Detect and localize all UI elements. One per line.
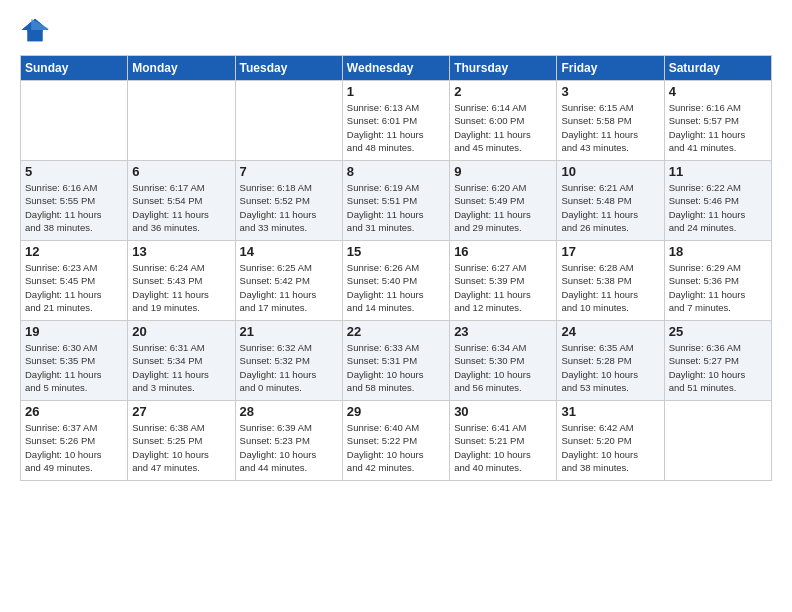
day-number: 11 [669,164,767,179]
calendar-cell: 30Sunrise: 6:41 AM Sunset: 5:21 PM Dayli… [450,401,557,481]
calendar-cell: 4Sunrise: 6:16 AM Sunset: 5:57 PM Daylig… [664,81,771,161]
day-number: 24 [561,324,659,339]
calendar-cell: 25Sunrise: 6:36 AM Sunset: 5:27 PM Dayli… [664,321,771,401]
day-info: Sunrise: 6:20 AM Sunset: 5:49 PM Dayligh… [454,181,552,234]
day-number: 18 [669,244,767,259]
calendar-cell: 6Sunrise: 6:17 AM Sunset: 5:54 PM Daylig… [128,161,235,241]
day-info: Sunrise: 6:26 AM Sunset: 5:40 PM Dayligh… [347,261,445,314]
day-number: 21 [240,324,338,339]
day-info: Sunrise: 6:25 AM Sunset: 5:42 PM Dayligh… [240,261,338,314]
day-number: 23 [454,324,552,339]
calendar-cell: 20Sunrise: 6:31 AM Sunset: 5:34 PM Dayli… [128,321,235,401]
calendar-cell: 18Sunrise: 6:29 AM Sunset: 5:36 PM Dayli… [664,241,771,321]
day-number: 31 [561,404,659,419]
calendar-cell: 10Sunrise: 6:21 AM Sunset: 5:48 PM Dayli… [557,161,664,241]
day-info: Sunrise: 6:24 AM Sunset: 5:43 PM Dayligh… [132,261,230,314]
day-number: 28 [240,404,338,419]
day-number: 5 [25,164,123,179]
day-number: 12 [25,244,123,259]
day-info: Sunrise: 6:40 AM Sunset: 5:22 PM Dayligh… [347,421,445,474]
day-info: Sunrise: 6:42 AM Sunset: 5:20 PM Dayligh… [561,421,659,474]
day-info: Sunrise: 6:37 AM Sunset: 5:26 PM Dayligh… [25,421,123,474]
calendar-header-wednesday: Wednesday [342,56,449,81]
day-info: Sunrise: 6:31 AM Sunset: 5:34 PM Dayligh… [132,341,230,394]
calendar-cell: 16Sunrise: 6:27 AM Sunset: 5:39 PM Dayli… [450,241,557,321]
svg-marker-3 [31,19,48,30]
calendar-cell: 31Sunrise: 6:42 AM Sunset: 5:20 PM Dayli… [557,401,664,481]
day-number: 19 [25,324,123,339]
page: SundayMondayTuesdayWednesdayThursdayFrid… [0,0,792,612]
day-info: Sunrise: 6:30 AM Sunset: 5:35 PM Dayligh… [25,341,123,394]
logo [20,15,52,45]
calendar-header-row: SundayMondayTuesdayWednesdayThursdayFrid… [21,56,772,81]
day-info: Sunrise: 6:16 AM Sunset: 5:55 PM Dayligh… [25,181,123,234]
day-info: Sunrise: 6:29 AM Sunset: 5:36 PM Dayligh… [669,261,767,314]
calendar-week-row: 19Sunrise: 6:30 AM Sunset: 5:35 PM Dayli… [21,321,772,401]
day-info: Sunrise: 6:27 AM Sunset: 5:39 PM Dayligh… [454,261,552,314]
calendar-cell: 12Sunrise: 6:23 AM Sunset: 5:45 PM Dayli… [21,241,128,321]
calendar-cell: 23Sunrise: 6:34 AM Sunset: 5:30 PM Dayli… [450,321,557,401]
calendar-cell: 11Sunrise: 6:22 AM Sunset: 5:46 PM Dayli… [664,161,771,241]
calendar-header-monday: Monday [128,56,235,81]
day-number: 16 [454,244,552,259]
calendar-header-saturday: Saturday [664,56,771,81]
day-number: 17 [561,244,659,259]
calendar-table: SundayMondayTuesdayWednesdayThursdayFrid… [20,55,772,481]
calendar-cell: 15Sunrise: 6:26 AM Sunset: 5:40 PM Dayli… [342,241,449,321]
day-number: 15 [347,244,445,259]
day-number: 14 [240,244,338,259]
calendar-week-row: 12Sunrise: 6:23 AM Sunset: 5:45 PM Dayli… [21,241,772,321]
day-number: 9 [454,164,552,179]
day-info: Sunrise: 6:14 AM Sunset: 6:00 PM Dayligh… [454,101,552,154]
calendar-cell: 21Sunrise: 6:32 AM Sunset: 5:32 PM Dayli… [235,321,342,401]
day-number: 22 [347,324,445,339]
calendar-header-tuesday: Tuesday [235,56,342,81]
day-info: Sunrise: 6:28 AM Sunset: 5:38 PM Dayligh… [561,261,659,314]
calendar-week-row: 1Sunrise: 6:13 AM Sunset: 6:01 PM Daylig… [21,81,772,161]
calendar-week-row: 26Sunrise: 6:37 AM Sunset: 5:26 PM Dayli… [21,401,772,481]
calendar-header-thursday: Thursday [450,56,557,81]
calendar-cell [235,81,342,161]
calendar-cell: 14Sunrise: 6:25 AM Sunset: 5:42 PM Dayli… [235,241,342,321]
calendar-cell: 3Sunrise: 6:15 AM Sunset: 5:58 PM Daylig… [557,81,664,161]
day-number: 29 [347,404,445,419]
calendar-cell [128,81,235,161]
day-number: 30 [454,404,552,419]
day-info: Sunrise: 6:33 AM Sunset: 5:31 PM Dayligh… [347,341,445,394]
day-number: 4 [669,84,767,99]
day-info: Sunrise: 6:34 AM Sunset: 5:30 PM Dayligh… [454,341,552,394]
calendar-cell: 24Sunrise: 6:35 AM Sunset: 5:28 PM Dayli… [557,321,664,401]
day-info: Sunrise: 6:38 AM Sunset: 5:25 PM Dayligh… [132,421,230,474]
day-number: 10 [561,164,659,179]
calendar-week-row: 5Sunrise: 6:16 AM Sunset: 5:55 PM Daylig… [21,161,772,241]
day-number: 13 [132,244,230,259]
day-number: 25 [669,324,767,339]
calendar-cell: 22Sunrise: 6:33 AM Sunset: 5:31 PM Dayli… [342,321,449,401]
day-info: Sunrise: 6:13 AM Sunset: 6:01 PM Dayligh… [347,101,445,154]
day-number: 1 [347,84,445,99]
day-number: 27 [132,404,230,419]
day-info: Sunrise: 6:32 AM Sunset: 5:32 PM Dayligh… [240,341,338,394]
calendar-cell: 27Sunrise: 6:38 AM Sunset: 5:25 PM Dayli… [128,401,235,481]
day-info: Sunrise: 6:41 AM Sunset: 5:21 PM Dayligh… [454,421,552,474]
header [20,15,772,45]
day-info: Sunrise: 6:16 AM Sunset: 5:57 PM Dayligh… [669,101,767,154]
day-info: Sunrise: 6:39 AM Sunset: 5:23 PM Dayligh… [240,421,338,474]
calendar-cell: 9Sunrise: 6:20 AM Sunset: 5:49 PM Daylig… [450,161,557,241]
calendar-cell: 1Sunrise: 6:13 AM Sunset: 6:01 PM Daylig… [342,81,449,161]
calendar-cell: 29Sunrise: 6:40 AM Sunset: 5:22 PM Dayli… [342,401,449,481]
calendar-cell: 8Sunrise: 6:19 AM Sunset: 5:51 PM Daylig… [342,161,449,241]
day-info: Sunrise: 6:36 AM Sunset: 5:27 PM Dayligh… [669,341,767,394]
day-number: 3 [561,84,659,99]
day-info: Sunrise: 6:35 AM Sunset: 5:28 PM Dayligh… [561,341,659,394]
day-info: Sunrise: 6:19 AM Sunset: 5:51 PM Dayligh… [347,181,445,234]
calendar-cell: 28Sunrise: 6:39 AM Sunset: 5:23 PM Dayli… [235,401,342,481]
calendar-cell: 2Sunrise: 6:14 AM Sunset: 6:00 PM Daylig… [450,81,557,161]
day-info: Sunrise: 6:18 AM Sunset: 5:52 PM Dayligh… [240,181,338,234]
calendar-cell: 5Sunrise: 6:16 AM Sunset: 5:55 PM Daylig… [21,161,128,241]
calendar-header-sunday: Sunday [21,56,128,81]
calendar-cell: 19Sunrise: 6:30 AM Sunset: 5:35 PM Dayli… [21,321,128,401]
day-number: 8 [347,164,445,179]
day-info: Sunrise: 6:15 AM Sunset: 5:58 PM Dayligh… [561,101,659,154]
day-number: 2 [454,84,552,99]
